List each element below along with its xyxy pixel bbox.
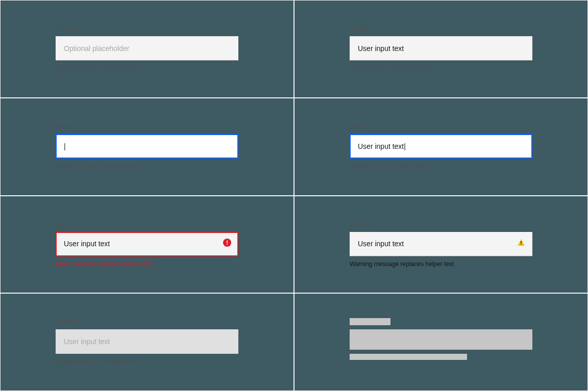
helper-text: Optional helper text goes here [350, 65, 532, 72]
helper-text: Optional helper text goes here [56, 163, 238, 170]
skeleton-input [350, 329, 532, 350]
input-label: Disabled [56, 318, 238, 325]
state-skeleton-cell [294, 293, 588, 391]
input-label: Focus [56, 123, 238, 130]
text-input[interactable] [350, 232, 532, 256]
state-default-cell: Text input Optional helper text goes her… [0, 0, 294, 98]
warning-text: Warning message replaces helper text [350, 260, 532, 268]
helper-text: Optional helper text goes here [56, 358, 238, 365]
input-label: Enabled [350, 25, 532, 32]
text-input-wrapper [350, 36, 532, 61]
input-label: Warning [350, 221, 532, 228]
state-active-cell: Active User input text Optional helper t… [294, 98, 588, 196]
text-input[interactable] [56, 36, 238, 60]
text-input-states-grid: Text input Optional helper text goes her… [0, 0, 588, 391]
text-input-wrapper [350, 232, 532, 256]
text-input-wrapper [56, 232, 238, 256]
text-input[interactable]: User input text [350, 134, 414, 159]
text-input-wrapper [56, 134, 238, 159]
input-label: Active [350, 123, 532, 130]
state-focus-cell: Focus Optional helper text goes here [0, 98, 294, 196]
text-input[interactable] [56, 232, 238, 256]
text-input-wrapper [56, 36, 238, 61]
input-value: User input text [358, 142, 404, 150]
error-text: Error message replaces helper text [56, 260, 238, 268]
input-label: Text input [56, 25, 238, 32]
state-error-cell: Error Error message replaces helper text [0, 196, 294, 294]
helper-text: Optional helper text goes here [350, 163, 532, 170]
text-input-wrapper [56, 329, 238, 354]
text-input[interactable] [350, 36, 532, 60]
text-input[interactable] [56, 134, 74, 159]
input-label: Error [56, 221, 238, 228]
state-warning-cell: Warning Warning message replaces helper … [294, 196, 588, 294]
text-input-disabled [56, 329, 238, 354]
skeleton-helper [350, 354, 467, 360]
text-input-wrapper: User input text [350, 134, 532, 159]
helper-text: Optional helper text goes here [56, 65, 238, 72]
state-enabled-cell: Enabled Optional helper text goes here [294, 0, 588, 98]
state-disabled-cell: Disabled Optional helper text goes here [0, 293, 294, 391]
skeleton-label [350, 318, 390, 325]
